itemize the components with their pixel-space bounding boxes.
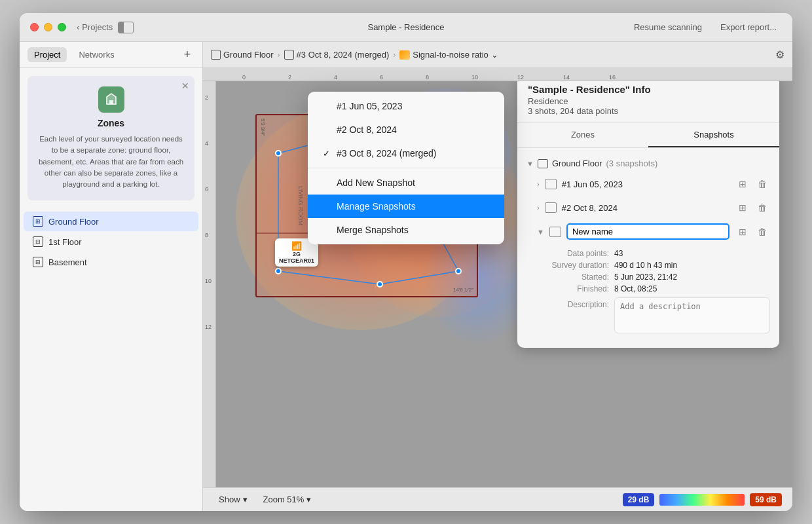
ruler-left-2: 2 bbox=[205, 94, 208, 101]
survey-duration-label: Survey duration: bbox=[537, 261, 609, 270]
zones-description: Each level of your surveyed location nee… bbox=[35, 134, 187, 190]
snapshot-1-actions: ⊞ 🗑 bbox=[735, 176, 770, 192]
breadcrumb-snapshot[interactable]: #3 Oct 8, 2024 (merged) bbox=[284, 50, 390, 60]
toolbar: Ground Floor › #3 Oct 8, 2024 (merged) ›… bbox=[203, 42, 792, 68]
app-window: ‹ Projects Sample - Residence Resume sca… bbox=[20, 13, 792, 511]
snapshot-3-delete-btn[interactable]: 🗑 bbox=[754, 224, 770, 240]
dropdown-item-2[interactable]: #2 Oct 8, 2024 bbox=[308, 118, 504, 141]
zones-title: Zones bbox=[35, 118, 187, 128]
dropdown-label-1: #1 Jun 05, 2023 bbox=[337, 101, 402, 111]
dimension-label: 14'6 1/2" bbox=[453, 287, 473, 293]
snapshot-2-duplicate-btn[interactable]: ⊞ bbox=[735, 200, 750, 215]
gradient-min-label: 29 dB bbox=[623, 493, 655, 506]
ruler-8: 8 bbox=[426, 74, 429, 81]
started-label: Started: bbox=[537, 272, 609, 282]
merge-snapshots-label: Merge Snapshots bbox=[337, 225, 409, 235]
snapshot-2-name: #2 Oct 8, 2024 bbox=[562, 203, 729, 213]
traffic-lights bbox=[30, 23, 66, 31]
ruler-left-4: 4 bbox=[205, 140, 208, 147]
info-panel-tabs: Zones Snapshots bbox=[517, 123, 779, 148]
dropdown-manage-snapshots[interactable]: Manage Snapshots bbox=[308, 195, 504, 218]
wifi-device-label: NETGEAR01 bbox=[279, 257, 314, 264]
main-content: Project Networks + ✕ Zones Each level of… bbox=[20, 42, 792, 511]
dropdown-label-3: #3 Oct 8, 2024 (merged) bbox=[337, 148, 437, 159]
ruler-10: 10 bbox=[471, 74, 478, 81]
floor-item-basement[interactable]: ⊟ Basement bbox=[24, 252, 198, 272]
first-floor-icon: ⊟ bbox=[33, 236, 43, 247]
snapshot-3-details: Data points: 43 Survey duration: 490 d 1… bbox=[517, 244, 779, 341]
zoom-button[interactable]: Zoom 51% ▾ bbox=[258, 492, 317, 507]
room-label-living: LIVING ROOM bbox=[297, 186, 304, 225]
snapshot-1-duplicate-btn[interactable]: ⊞ bbox=[735, 176, 750, 192]
titlebar: ‹ Projects Sample - Residence Resume sca… bbox=[20, 13, 792, 42]
floor-section-header: ▼ Ground Floor (3 snapshots) bbox=[517, 155, 779, 172]
settings-button[interactable]: ⚙ bbox=[775, 48, 784, 61]
gradient-bar-visual bbox=[659, 494, 745, 506]
snapshot-3-name-input[interactable] bbox=[566, 223, 729, 240]
dropdown-item-1[interactable]: #1 Jun 05, 2023 bbox=[308, 94, 504, 118]
snapshot-row-3: ▼ ⊞ 🗑 bbox=[517, 219, 779, 244]
tab-project[interactable]: Project bbox=[28, 47, 67, 62]
snapshot-1-icon bbox=[545, 179, 557, 189]
breadcrumb-metric-label: Signal-to-noise ratio bbox=[413, 50, 489, 60]
survey-dot-6 bbox=[377, 281, 383, 288]
zones-close-button[interactable]: ✕ bbox=[181, 81, 189, 90]
floor-item-ground[interactable]: ⊞ Ground Floor bbox=[24, 212, 198, 231]
sidebar-toggle-button[interactable] bbox=[118, 22, 134, 33]
titlebar-actions: Resume scanning Export report... bbox=[629, 20, 782, 35]
back-button[interactable]: ‹ Projects bbox=[77, 22, 113, 32]
metric-chevron-icon: ⌄ bbox=[491, 50, 498, 60]
ruler-6: 6 bbox=[380, 74, 383, 81]
snapshot-breadcrumb-icon bbox=[284, 50, 294, 60]
ruler-2: 2 bbox=[288, 74, 291, 81]
breadcrumb-metric[interactable]: Signal-to-noise ratio ⌄ bbox=[399, 50, 498, 60]
snapshot-2-delete-btn[interactable]: 🗑 bbox=[754, 200, 770, 215]
show-button[interactable]: Show ▾ bbox=[213, 492, 253, 507]
ruler-left-6: 6 bbox=[205, 186, 208, 193]
basement-floor-label: Basement bbox=[48, 257, 87, 267]
started-value: 5 Jun 2023, 21:42 bbox=[614, 272, 770, 282]
description-textarea[interactable] bbox=[614, 297, 770, 333]
dropdown-merge-snapshots[interactable]: Merge Snapshots bbox=[308, 218, 504, 242]
zones-svg-icon bbox=[104, 92, 119, 107]
fullscreen-button[interactable] bbox=[58, 23, 66, 31]
tab-snapshots[interactable]: Snapshots bbox=[648, 123, 779, 147]
gradient-max-label: 59 dB bbox=[750, 493, 782, 506]
dropdown-add-snapshot[interactable]: Add New Snapshot bbox=[308, 171, 504, 195]
manage-snapshots-label: Manage Snapshots bbox=[337, 201, 416, 212]
close-button[interactable] bbox=[30, 23, 39, 31]
info-panel: "Sample - Residence" Info Residence 3 sh… bbox=[517, 75, 779, 348]
ruler-top: 0 2 4 6 8 10 12 14 16 bbox=[203, 68, 792, 81]
add-zone-button[interactable]: + bbox=[180, 48, 194, 62]
breadcrumb-snapshot-label: #3 Oct 8, 2024 (merged) bbox=[297, 50, 390, 60]
snapshot-1-delete-btn[interactable]: 🗑 bbox=[754, 176, 770, 192]
floor-item-first[interactable]: ⊟ 1st Floor bbox=[24, 232, 198, 252]
snapshots-section: ▼ Ground Floor (3 snapshots) › #1 Jun 05… bbox=[517, 148, 779, 348]
export-report-button[interactable]: Export report... bbox=[715, 20, 782, 35]
survey-duration-value: 490 d 10 h 43 min bbox=[614, 261, 770, 270]
snapshot-3-duplicate-btn[interactable]: ⊞ bbox=[735, 224, 750, 240]
tab-networks[interactable]: Networks bbox=[72, 47, 120, 62]
snapshot-3-chevron[interactable]: ▼ bbox=[537, 228, 544, 236]
wifi-icon: 📶 bbox=[279, 241, 314, 251]
ruler-14: 14 bbox=[563, 74, 570, 81]
resume-scanning-button[interactable]: Resume scanning bbox=[629, 20, 707, 35]
breadcrumb-floor[interactable]: Ground Floor bbox=[211, 50, 274, 60]
snapshot-1-chevron[interactable]: › bbox=[537, 180, 540, 188]
gradient-bar: 29 dB 59 dB bbox=[623, 493, 782, 506]
dropdown-item-3[interactable]: ✓ #3 Oct 8, 2024 (merged) bbox=[308, 141, 504, 165]
minimize-button[interactable] bbox=[44, 23, 52, 31]
finished-value: 8 Oct, 08:25 bbox=[614, 284, 770, 293]
finished-label: Finished: bbox=[537, 284, 609, 293]
basement-floor-icon: ⊟ bbox=[33, 257, 43, 267]
tab-zones[interactable]: Zones bbox=[517, 123, 648, 147]
titlebar-nav: ‹ Projects bbox=[77, 22, 134, 33]
ruler-12: 12 bbox=[517, 74, 524, 81]
window-title: Sample - Residence bbox=[367, 22, 444, 32]
zoom-label: Zoom 51% bbox=[263, 495, 304, 504]
survey-dot-7 bbox=[455, 268, 462, 274]
info-panel-header: "Sample - Residence" Info Residence 3 sh… bbox=[517, 75, 779, 123]
data-points-label: Data points: bbox=[537, 249, 609, 258]
floor-list: ⊞ Ground Floor ⊟ 1st Floor ⊟ Basement bbox=[20, 208, 202, 275]
snapshot-2-chevron[interactable]: › bbox=[537, 204, 540, 212]
